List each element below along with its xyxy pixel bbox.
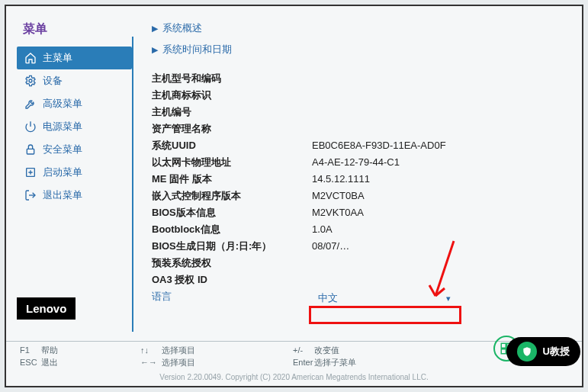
value-asset — [312, 120, 559, 137]
label-bios: BIOS版本信息 — [152, 204, 312, 221]
sidebar-item-devices[interactable]: 设备 — [17, 69, 132, 92]
watermark-badge: U教授 — [506, 337, 580, 366]
label-language: 语言 — [152, 288, 312, 308]
key-select-label2: 选择项目 — [162, 358, 195, 367]
label-me: ME 固件 版本 — [152, 171, 312, 188]
sidebar-item-label: 启动菜单 — [43, 165, 82, 179]
value-bios: M2VKT0AA — [312, 204, 559, 221]
watermark-label: U教授 — [543, 345, 570, 358]
sidebar-item-label: 设备 — [43, 74, 63, 88]
lock-icon — [24, 143, 37, 156]
language-value: 中文 — [318, 290, 338, 307]
value-serial — [312, 104, 559, 120]
svg-rect-1 — [27, 149, 34, 154]
section-datetime[interactable]: ▶ 系统时间和日期 — [152, 43, 559, 56]
sidebar-item-label: 退出菜单 — [43, 188, 82, 202]
sidebar-title: 菜单 — [17, 21, 132, 37]
exit-icon — [24, 189, 37, 201]
value-brandid — [312, 87, 559, 104]
sidebar-item-exit[interactable]: 退出菜单 — [17, 184, 132, 207]
key-enter: Enter — [293, 358, 314, 367]
chevron-right-icon: ▶ — [152, 45, 158, 55]
brand-logo: Lenovo — [17, 297, 76, 320]
label-preload: 预装系统授权 — [152, 255, 312, 272]
chevron-right-icon: ▶ — [152, 24, 158, 34]
svg-rect-3 — [501, 343, 506, 348]
power-icon — [24, 120, 37, 133]
arrows-leftright-icon: ←→ — [140, 358, 162, 367]
label-model: 主机型号和编码 — [152, 70, 312, 87]
value-preload — [312, 255, 559, 272]
label-mac: 以太网卡物理地址 — [152, 154, 312, 171]
value-mac: A4-AE-12-79-44-C1 — [312, 154, 559, 171]
key-help-label: 帮助 — [41, 345, 58, 355]
key-f1: F1 — [20, 345, 41, 355]
label-serial: 主机编号 — [152, 104, 312, 120]
sidebar-item-label: 电源菜单 — [43, 120, 82, 133]
sidebar-item-security[interactable]: 安全菜单 — [17, 138, 132, 161]
label-ec: 嵌入式控制程序版本 — [152, 188, 312, 204]
chevron-down-icon: ▾ — [446, 290, 451, 307]
label-uuid: 系统UUID — [152, 137, 312, 154]
sidebar-item-label: 主菜单 — [43, 51, 72, 65]
content-panel: ▶ 系统概述 ▶ 系统时间和日期 主机型号和编码 主机商标标识 主机编号 资产管… — [133, 6, 582, 341]
footer-col-select: ↑↓选择项目 ←→选择项目 — [140, 345, 293, 368]
section-label: 系统概述 — [162, 21, 202, 35]
sidebar: 菜单 主菜单 设备 高级菜单 — [6, 6, 132, 341]
sidebar-item-main[interactable]: 主菜单 — [17, 47, 132, 69]
sidebar-item-boot[interactable]: 启动菜单 — [17, 161, 132, 184]
key-change-label: 改变值 — [314, 345, 339, 355]
sidebar-item-label: 高级菜单 — [43, 97, 82, 111]
value-ec: M2VCT0BA — [312, 188, 559, 204]
key-plusminus: +/- — [293, 345, 314, 355]
svg-point-0 — [29, 79, 32, 82]
annotation-highlight — [309, 306, 461, 324]
section-label: 系统时间和日期 — [162, 43, 232, 56]
value-uuid: EB0C6E8A-F93D-11EA-AD0F — [312, 137, 559, 154]
gear-icon — [24, 75, 37, 87]
sidebar-item-advanced[interactable]: 高级菜单 — [17, 92, 132, 115]
footer-col-help: F1帮助 ESC退出 — [20, 345, 140, 368]
value-boot: 1.0A — [312, 221, 559, 238]
label-boot: Bootblock信息 — [152, 221, 312, 238]
key-esc: ESC — [20, 358, 41, 367]
key-exit-label: 退出 — [41, 358, 58, 367]
language-dropdown[interactable]: 中文 ▾ — [312, 288, 457, 308]
label-brandid: 主机商标标识 — [152, 87, 312, 104]
home-icon — [24, 52, 37, 64]
section-overview[interactable]: ▶ 系统概述 — [152, 21, 559, 35]
key-select-label: 选择项目 — [162, 345, 195, 355]
wrench-icon — [24, 98, 37, 110]
label-build: BIOS生成日期（月:日:年） — [152, 238, 312, 255]
shield-icon — [517, 342, 537, 361]
boot-icon — [24, 166, 37, 178]
value-model — [312, 70, 559, 87]
sidebar-item-label: 安全菜单 — [43, 143, 82, 156]
key-submenu-label: 选择子菜单 — [314, 358, 356, 367]
value-me: 14.5.12.1111 — [312, 171, 559, 188]
arrows-updown-icon: ↑↓ — [140, 345, 162, 355]
label-oa3: OA3 授权 ID — [152, 272, 312, 288]
svg-rect-5 — [501, 349, 506, 354]
value-build: 08/07/… — [312, 238, 559, 255]
sidebar-item-power[interactable]: 电源菜单 — [17, 115, 132, 138]
copyright: Version 2.20.0049. Copyright (C) 2020 Am… — [6, 371, 582, 386]
info-table: 主机型号和编码 主机商标标识 主机编号 资产管理名称 系统UUIDEB0C6E8… — [152, 70, 559, 308]
label-asset: 资产管理名称 — [152, 120, 312, 137]
value-oa3 — [312, 272, 559, 288]
